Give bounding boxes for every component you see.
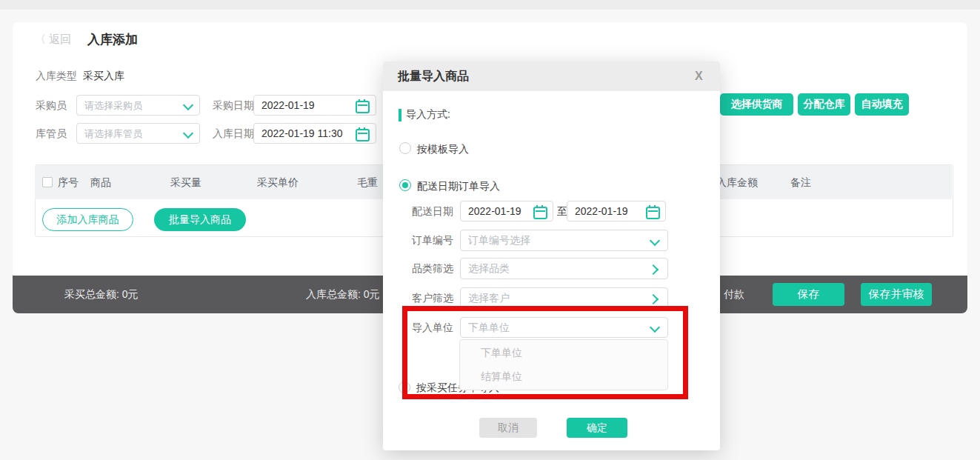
delivery-date-to-value: 2022-01-19 xyxy=(575,205,628,217)
dropdown-option-settle-unit[interactable]: 结算单位 xyxy=(481,364,651,389)
radio-template-import-label[interactable]: 按模板导入 xyxy=(417,143,469,156)
date-range-to-label: 至 xyxy=(557,201,567,221)
order-no-label: 订单编号 xyxy=(412,230,453,250)
keeper-placeholder: 请选择库管员 xyxy=(84,128,142,139)
cancel-button[interactable]: 取消 xyxy=(479,418,537,438)
inbound-type-label: 入库类型 xyxy=(36,65,77,86)
select-supplier-button[interactable]: 选择供货商 xyxy=(720,93,793,116)
inbound-total-value: 0元 xyxy=(364,288,380,300)
save-audit-button[interactable]: 保存并审核 xyxy=(861,283,932,306)
add-product-button[interactable]: 添加入库商品 xyxy=(42,208,133,231)
customer-filter-label: 客户筛选 xyxy=(412,287,453,308)
customer-filter-select[interactable]: 选择客户 xyxy=(460,287,668,309)
import-unit-label: 导入单位 xyxy=(412,317,453,338)
radio-delivery-order-import-label[interactable]: 配送日期订单导入 xyxy=(417,180,500,193)
chevron-down-icon xyxy=(183,128,193,139)
payment-partial-text: 付款 xyxy=(724,276,744,313)
confirm-button[interactable]: 确定 xyxy=(567,418,627,438)
calendar-icon xyxy=(533,207,547,219)
col-remark: 备注 xyxy=(790,165,811,199)
chevron-right-icon xyxy=(648,294,659,304)
back-chevron-icon: 〈 xyxy=(35,33,46,45)
autofill-button[interactable]: 自动填充 xyxy=(855,93,909,116)
import-unit-value: 下单单位 xyxy=(468,321,510,333)
radio-delivery-order-import[interactable] xyxy=(399,179,411,191)
chevron-down-icon xyxy=(183,100,193,110)
purchase-total: 采买总金额: 0元 xyxy=(64,276,139,313)
purchase-date-label: 采购日期 xyxy=(213,95,254,116)
close-icon[interactable]: X xyxy=(695,61,703,91)
select-all-checkbox[interactable] xyxy=(42,177,53,187)
batch-import-button[interactable]: 批量导入商品 xyxy=(154,208,246,231)
chevron-down-icon xyxy=(650,322,660,333)
top-strip xyxy=(0,0,980,10)
customer-placeholder: 选择客户 xyxy=(468,292,510,304)
back-button[interactable]: 〈 返回 xyxy=(35,33,71,47)
inbound-type-value: 采买入库 xyxy=(83,65,124,86)
chevron-right-icon xyxy=(648,264,659,275)
import-unit-select[interactable]: 下单单位 xyxy=(460,317,668,338)
dropdown-option-order-unit[interactable]: 下单单位 xyxy=(481,340,651,365)
inbound-total: 入库总金额: 0元 xyxy=(306,276,380,313)
col-price: 采买单价 xyxy=(257,165,299,199)
purchase-total-value: 0元 xyxy=(122,288,139,300)
batch-import-modal: 批量导入商品 X 导入方式: 按模板导入 配送日期订单导入 配送日期 2022-… xyxy=(383,61,720,450)
delivery-date-to-input[interactable]: 2022-01-19 xyxy=(567,201,666,221)
radio-purchase-task-import[interactable] xyxy=(399,381,410,393)
screen: 〈 返回 入库添加 入库类型 采买入库 采购员 请选择采购员 采购日期 2022… xyxy=(0,0,980,460)
delivery-date-from-input[interactable]: 2022-01-19 xyxy=(460,201,553,221)
col-gross: 毛重 xyxy=(357,165,378,199)
purchase-date-value: 2022-01-19 xyxy=(261,99,315,111)
radio-template-import[interactable] xyxy=(399,142,411,154)
page-title: 入库添加 xyxy=(87,31,138,48)
keeper-label: 库管员 xyxy=(36,123,67,144)
inbound-date-label: 入库日期 xyxy=(213,123,254,144)
calendar-icon xyxy=(356,129,370,141)
assign-warehouse-button[interactable]: 分配仓库 xyxy=(798,93,850,116)
col-product: 商品 xyxy=(90,165,111,199)
category-filter-label: 品类筛选 xyxy=(412,258,453,279)
inbound-date-value: 2022-01-19 11:30 xyxy=(261,127,343,139)
order-no-select[interactable]: 订单编号选择 xyxy=(460,230,668,251)
col-qty: 采买量 xyxy=(170,165,201,199)
keeper-select[interactable]: 请选择库管员 xyxy=(76,123,200,144)
category-filter-select[interactable]: 选择品类 xyxy=(460,258,668,279)
purchase-date-input[interactable]: 2022-01-19 xyxy=(253,95,376,116)
order-no-placeholder: 订单编号选择 xyxy=(468,234,530,246)
chevron-down-icon xyxy=(650,236,660,246)
calendar-icon xyxy=(646,207,660,219)
purchaser-placeholder: 请选择采购员 xyxy=(84,100,142,111)
import-mode-label: 导入方式: xyxy=(406,108,450,121)
purchase-total-label: 采买总金额: xyxy=(64,288,119,300)
import-unit-dropdown: 下单单位 结算单位 xyxy=(459,339,668,390)
col-amount: 入库金额 xyxy=(716,165,758,199)
delivery-date-label: 配送日期 xyxy=(412,201,453,221)
back-label: 返回 xyxy=(49,33,71,45)
section-accent-bar xyxy=(399,109,401,121)
purchaser-label: 采购员 xyxy=(36,95,67,116)
inbound-total-label: 入库总金额: xyxy=(306,288,361,300)
delivery-date-from-value: 2022-01-19 xyxy=(468,205,521,217)
purchaser-select[interactable]: 请选择采购员 xyxy=(76,95,200,116)
category-placeholder: 选择品类 xyxy=(468,262,510,274)
modal-title: 批量导入商品 xyxy=(398,61,469,91)
col-index: 序号 xyxy=(58,165,79,199)
calendar-icon xyxy=(356,101,370,113)
save-button[interactable]: 保存 xyxy=(773,283,844,306)
inbound-date-input[interactable]: 2022-01-19 11:30 xyxy=(253,123,376,144)
